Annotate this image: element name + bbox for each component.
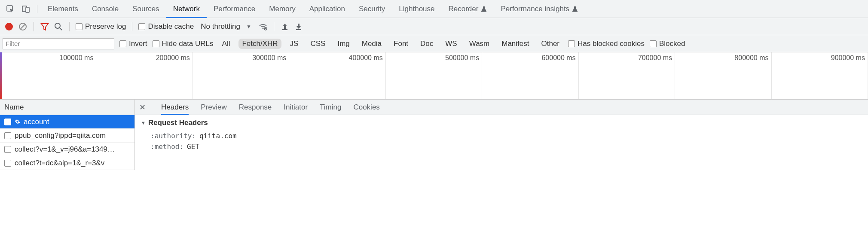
request-list-panel: Name account ppub_config?ippd=qiita.com … [0, 100, 135, 170]
invert-checkbox[interactable]: Invert [119, 40, 147, 48]
request-name: collect?t=dc&aip=1&_r=3&v [15, 159, 104, 167]
preserve-log-checkbox[interactable]: Preserve log [76, 22, 126, 31]
tab-console[interactable]: Console [85, 0, 125, 18]
divider [132, 22, 132, 31]
detail-tabbar: ✕ Headers Preview Response Initiator Tim… [135, 100, 868, 115]
checkbox-label: Blocked [659, 40, 685, 48]
request-name: account [24, 118, 49, 126]
tab-recorder[interactable]: Recorder [442, 0, 494, 18]
tab-memory[interactable]: Memory [262, 0, 302, 18]
download-har-icon[interactable] [294, 22, 303, 31]
svg-rect-6 [282, 29, 287, 30]
disclosure-triangle-icon: ▼ [141, 120, 146, 125]
checkbox-label: Preserve log [85, 22, 126, 31]
header-key: :method: [150, 143, 183, 151]
search-icon[interactable] [54, 22, 63, 31]
timeline-tick: 100000 ms [59, 54, 93, 62]
record-button[interactable] [4, 22, 14, 31]
tab-sources[interactable]: Sources [125, 0, 166, 18]
timeline-tick: 900000 ms [831, 54, 865, 62]
svg-rect-2 [26, 7, 29, 12]
disable-cache-checkbox[interactable]: Disable cache [138, 22, 194, 31]
type-css[interactable]: CSS [307, 39, 329, 49]
close-icon[interactable]: ✕ [139, 103, 146, 112]
detail-tab-timing[interactable]: Timing [320, 100, 341, 115]
tab-label: Elements [48, 5, 78, 13]
type-font[interactable]: Font [390, 39, 412, 49]
inspect-icon[interactable] [5, 4, 15, 14]
timeline-tick: 300000 ms [252, 54, 286, 62]
checkbox-icon [650, 40, 657, 47]
type-manifest[interactable]: Manifest [498, 39, 532, 49]
request-row[interactable]: collect?v=1&_v=j96&a=1349… [0, 143, 134, 156]
tab-label: Performance insights [501, 5, 569, 13]
tab-lighthouse[interactable]: Lighthouse [392, 0, 441, 18]
request-list-header[interactable]: Name [0, 100, 134, 115]
device-toggle-icon[interactable] [21, 4, 31, 14]
type-doc[interactable]: Doc [417, 39, 437, 49]
request-row[interactable]: ppub_config?ippd=qiita.com [0, 129, 134, 143]
timeline-overview[interactable]: 100000 ms 200000 ms 300000 ms 400000 ms … [0, 52, 868, 100]
filter-icon[interactable] [40, 22, 49, 31]
hide-data-urls-checkbox[interactable]: Hide data URLs [153, 40, 214, 48]
tab-security[interactable]: Security [352, 0, 392, 18]
type-ws[interactable]: WS [442, 39, 460, 49]
chevron-down-icon: ▼ [246, 24, 251, 30]
tab-performance-insights[interactable]: Performance insights [494, 0, 585, 18]
divider [37, 5, 37, 13]
divider [69, 22, 70, 31]
header-value: GET [187, 143, 199, 151]
detail-tab-initiator[interactable]: Initiator [284, 100, 308, 115]
request-headers-section[interactable]: ▼ Request Headers [141, 119, 862, 127]
timeline-tick: 700000 ms [638, 54, 672, 62]
request-name: ppub_config?ippd=qiita.com [15, 131, 106, 140]
checkbox-label: Has blocked cookies [578, 40, 645, 48]
checkbox-icon [76, 23, 83, 30]
checkbox-icon [4, 146, 11, 153]
checkbox-label: Invert [129, 40, 147, 48]
type-fetch-xhr[interactable]: Fetch/XHR [238, 39, 281, 49]
upload-har-icon[interactable] [280, 22, 290, 31]
detail-tab-cookies[interactable]: Cookies [353, 100, 379, 115]
column-header-name: Name [4, 103, 24, 112]
has-blocked-cookies-checkbox[interactable]: Has blocked cookies [568, 40, 645, 48]
tab-label: Lighthouse [399, 5, 434, 13]
type-other[interactable]: Other [538, 39, 563, 49]
checkbox-icon [568, 40, 575, 47]
tab-network[interactable]: Network [166, 0, 207, 18]
tab-label: Security [359, 5, 385, 13]
network-conditions-icon[interactable] [258, 22, 268, 31]
throttling-value: No throttling [201, 22, 240, 31]
tab-application[interactable]: Application [303, 0, 352, 18]
filter-input[interactable] [3, 38, 114, 49]
flask-icon [572, 6, 578, 12]
detail-tab-response[interactable]: Response [239, 100, 272, 115]
checkbox-icon [138, 23, 145, 30]
timeline-tick: 500000 ms [445, 54, 479, 62]
timeline-tick: 800000 ms [734, 54, 768, 62]
tab-elements[interactable]: Elements [41, 0, 85, 18]
detail-tab-headers[interactable]: Headers [161, 100, 189, 115]
blocked-requests-checkbox[interactable]: Blocked [650, 40, 685, 48]
tab-performance[interactable]: Performance [207, 0, 262, 18]
checkbox-icon [4, 119, 11, 125]
type-js[interactable]: JS [287, 39, 302, 49]
request-row[interactable]: account [0, 115, 134, 129]
svg-rect-7 [296, 29, 301, 30]
checkbox-icon [153, 40, 159, 47]
network-toolbar: Preserve log Disable cache No throttling… [0, 18, 868, 35]
checkbox-label: Hide data URLs [162, 40, 214, 48]
tab-label: Network [173, 5, 200, 13]
throttling-select[interactable]: No throttling ▼ [198, 22, 254, 31]
headers-body: ▼ Request Headers :authority: qiita.com … [135, 115, 868, 155]
request-row[interactable]: collect?t=dc&aip=1&_r=3&v [0, 156, 134, 170]
type-media[interactable]: Media [358, 39, 385, 49]
type-all[interactable]: All [219, 39, 234, 49]
checkbox-icon [4, 132, 11, 139]
type-img[interactable]: Img [334, 39, 353, 49]
timeline-tick: 200000 ms [156, 54, 190, 62]
clear-button[interactable] [18, 22, 28, 31]
detail-tab-preview[interactable]: Preview [201, 100, 226, 115]
checkbox-icon [4, 160, 11, 167]
type-wasm[interactable]: Wasm [466, 39, 493, 49]
